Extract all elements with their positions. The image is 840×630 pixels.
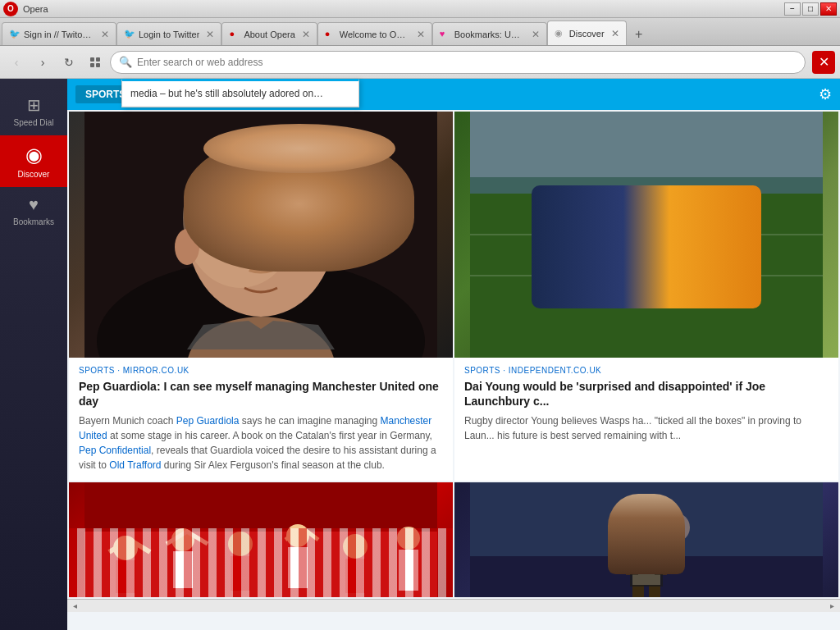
svg-rect-40 bbox=[399, 550, 418, 591]
settings-gear-icon[interactable]: ⚙ bbox=[819, 85, 832, 103]
svg-rect-28 bbox=[84, 532, 437, 597]
maximize-button[interactable]: □ bbox=[802, 2, 819, 16]
link-manutd[interactable]: Manchester United bbox=[79, 415, 431, 441]
sidebar-label-speed-dial: Speed Dial bbox=[14, 118, 54, 127]
search-icon: 🔍 bbox=[119, 56, 132, 68]
news-card-person[interactable] bbox=[454, 482, 838, 597]
search-input[interactable] bbox=[137, 57, 797, 68]
link-pep[interactable]: Pep Guardiola bbox=[176, 415, 240, 427]
tab-welcome[interactable]: ● Welcome to Ope... ✕ bbox=[317, 22, 432, 45]
svg-point-37 bbox=[343, 534, 368, 559]
tab-favicon-welcome: ● bbox=[325, 29, 336, 40]
tab-favicon-signin: 🐦 bbox=[9, 29, 21, 40]
svg-point-43 bbox=[630, 511, 663, 544]
svg-point-5 bbox=[189, 144, 333, 243]
back-button[interactable]: ‹ bbox=[5, 51, 28, 74]
tab-label-twitter: Login to Twitter bbox=[139, 30, 199, 39]
svg-point-35 bbox=[286, 524, 309, 547]
svg-point-4 bbox=[183, 148, 298, 288]
svg-point-33 bbox=[228, 532, 253, 556]
minimize-button[interactable]: − bbox=[784, 2, 801, 16]
news-image-rugby: 12 bbox=[454, 112, 838, 358]
tab-bar: 🐦 Sign in // Twiton... ✕ 🐦 Login to Twit… bbox=[0, 18, 840, 46]
news-title-rugby: Dai Young would be 'surprised and disapp… bbox=[464, 379, 829, 409]
autocomplete-text: media – but he's still absolutely adored… bbox=[130, 88, 323, 99]
new-tab-button[interactable]: + bbox=[628, 24, 650, 45]
tab-bookmarks[interactable]: ♥ Bookmarks: Uns... ✕ bbox=[432, 22, 547, 45]
news-card-fans[interactable] bbox=[69, 482, 453, 597]
svg-point-8 bbox=[320, 229, 345, 265]
tab-close-bookmarks[interactable]: ✕ bbox=[532, 29, 540, 40]
autocomplete-item[interactable]: media – but he's still absolutely adored… bbox=[122, 81, 358, 107]
grid-button[interactable] bbox=[84, 51, 107, 74]
svg-point-23 bbox=[696, 234, 728, 276]
news-image-fans bbox=[69, 482, 453, 597]
link-pepconf[interactable]: Pep Confidential bbox=[79, 445, 151, 456]
opera-menu-button[interactable]: ✕ bbox=[812, 51, 835, 74]
svg-point-39 bbox=[397, 527, 420, 550]
news-image-person bbox=[454, 482, 838, 597]
svg-rect-45 bbox=[626, 546, 638, 575]
news-excerpt-pep: Bayern Munich coach Pep Guardiola says h… bbox=[79, 413, 443, 472]
title-bar-left: O Opera bbox=[3, 2, 48, 16]
address-bar[interactable]: 🔍 bbox=[110, 51, 806, 74]
tab-favicon-opera: ● bbox=[229, 29, 240, 40]
scroll-right-button[interactable]: ▸ bbox=[828, 601, 837, 610]
discover-icon: ◉ bbox=[25, 144, 43, 167]
svg-rect-36 bbox=[288, 547, 308, 588]
tab-favicon-bookmarks: ♥ bbox=[440, 29, 451, 40]
news-grid: SPORTS · MIRROR.CO.UK Pep Guardiola: I c… bbox=[67, 110, 840, 599]
svg-rect-25 bbox=[470, 112, 823, 177]
title-bar-text: Opera bbox=[23, 4, 48, 14]
svg-rect-42 bbox=[470, 482, 823, 556]
tab-close-signin[interactable]: ✕ bbox=[101, 29, 109, 40]
svg-point-6 bbox=[221, 229, 251, 249]
svg-point-14 bbox=[581, 263, 622, 288]
svg-point-19 bbox=[641, 224, 677, 270]
autocomplete-dropdown: media – but he's still absolutely adored… bbox=[121, 79, 359, 107]
svg-rect-32 bbox=[173, 551, 193, 588]
news-content-rugby: SPORTS · INDEPENDENT.CO.UK Dai Young wou… bbox=[454, 358, 838, 451]
tab-close-welcome[interactable]: ✕ bbox=[417, 29, 425, 40]
news-card-rugby[interactable]: 12 bbox=[454, 112, 838, 481]
svg-point-22 bbox=[700, 262, 733, 281]
tab-label-discover: Discover bbox=[569, 29, 605, 39]
tab-discover[interactable]: ◉ Discover ✕ bbox=[547, 21, 627, 45]
main-area: ⊞ Speed Dial ◉ Discover ♥ Bookmarks SPOR… bbox=[0, 79, 840, 630]
svg-point-24 bbox=[695, 223, 721, 249]
tab-label-signin: Sign in // Twiton... bbox=[24, 30, 94, 39]
sidebar-item-bookmarks[interactable]: ♥ Bookmarks bbox=[0, 187, 67, 235]
sidebar-label-bookmarks: Bookmarks bbox=[13, 217, 54, 226]
tab-close-twitter[interactable]: ✕ bbox=[206, 29, 214, 40]
svg-point-15 bbox=[583, 235, 619, 284]
category-label: SPORTS bbox=[85, 89, 126, 100]
close-button[interactable]: ✕ bbox=[820, 2, 837, 16]
tab-close-opera[interactable]: ✕ bbox=[302, 29, 310, 40]
content-area: SPORTS ▾ ⚙ bbox=[67, 79, 840, 630]
sidebar-item-discover[interactable]: ◉ Discover bbox=[0, 135, 67, 187]
tab-label-welcome: Welcome to Ope... bbox=[340, 30, 410, 39]
tab-close-discover[interactable]: ✕ bbox=[611, 28, 619, 39]
tab-label-opera: About Opera bbox=[244, 30, 294, 39]
tab-aboutopera[interactable]: ● About Opera ✕ bbox=[221, 22, 317, 45]
tab-signin[interactable]: 🐦 Sign in // Twiton... ✕ bbox=[2, 22, 116, 45]
forward-button[interactable]: › bbox=[31, 51, 54, 74]
tab-twitter[interactable]: 🐦 Login to Twitter ✕ bbox=[116, 22, 221, 45]
news-excerpt-rugby: Rugby director Young believes Wasps ha..… bbox=[464, 413, 829, 443]
svg-point-29 bbox=[113, 536, 138, 560]
link-oldtrafford[interactable]: Old Trafford bbox=[109, 459, 161, 471]
reload-button[interactable]: ↻ bbox=[57, 51, 80, 74]
svg-point-18 bbox=[630, 251, 671, 276]
svg-rect-47 bbox=[632, 585, 644, 597]
svg-rect-49 bbox=[630, 544, 663, 587]
svg-rect-27 bbox=[84, 482, 437, 597]
scroll-left-button[interactable]: ◂ bbox=[71, 601, 80, 610]
sidebar-item-speed-dial[interactable]: ⊞ Speed Dial bbox=[0, 87, 67, 135]
svg-point-20 bbox=[649, 214, 677, 242]
svg-rect-48 bbox=[649, 585, 660, 597]
horizontal-scrollbar: ◂ ▸ bbox=[67, 599, 840, 612]
news-card-pep[interactable]: SPORTS · MIRROR.CO.UK Pep Guardiola: I c… bbox=[69, 112, 453, 481]
news-title-pep: Pep Guardiola: I can see myself managing… bbox=[79, 379, 443, 409]
news-image-pep bbox=[69, 112, 453, 358]
news-source-pep: SPORTS · MIRROR.CO.UK bbox=[79, 366, 443, 375]
